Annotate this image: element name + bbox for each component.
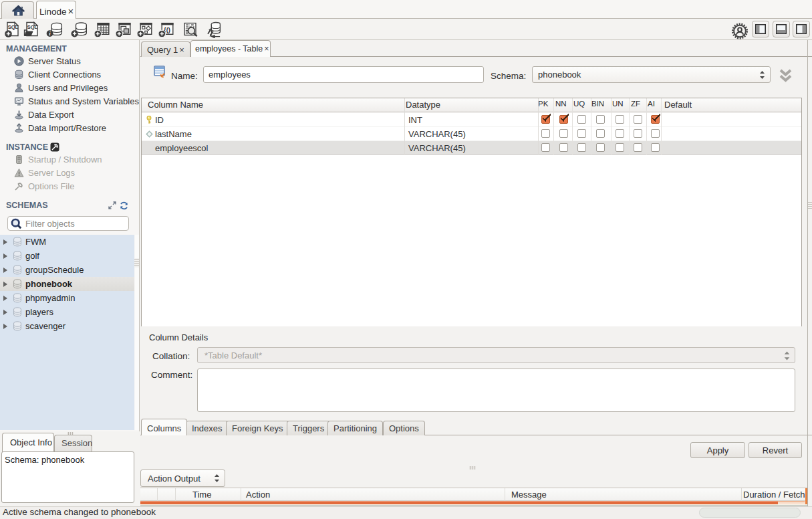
svg-text:SQL: SQL xyxy=(8,24,19,30)
svg-text:SQL: SQL xyxy=(27,24,38,30)
